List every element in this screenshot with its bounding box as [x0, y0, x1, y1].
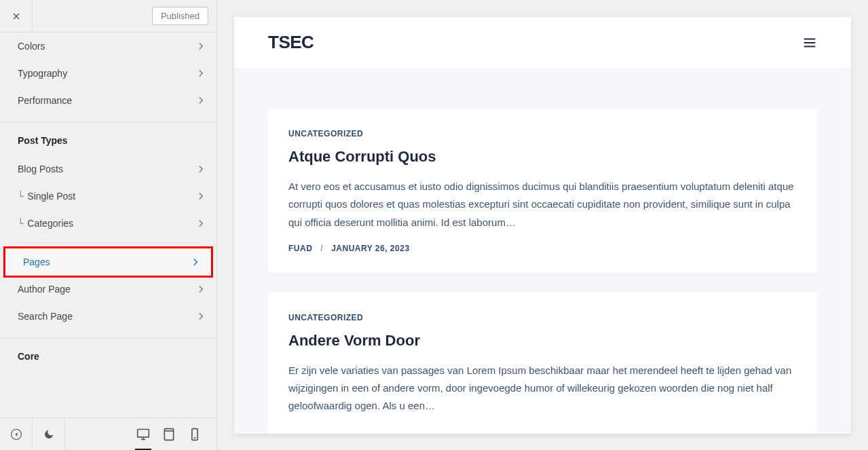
post-author[interactable]: FUAD — [288, 244, 312, 253]
chevron-right-icon — [189, 256, 202, 268]
menu-item-typography[interactable]: Typography — [0, 60, 216, 87]
chevron-right-icon — [195, 163, 207, 175]
highlight-annotation: Pages — [3, 246, 213, 278]
menu-item-author-page[interactable]: Author Page — [0, 276, 216, 303]
menu-item-pages[interactable]: Pages — [5, 248, 211, 276]
post-excerpt: Er zijn vele variaties van passages van … — [288, 362, 797, 415]
menu-label: Pages — [23, 257, 50, 267]
menu-item-search-page[interactable]: Search Page — [0, 303, 216, 330]
menu-label: Typography — [18, 68, 67, 79]
menu-item-blog-posts[interactable]: Blog Posts — [0, 155, 216, 183]
sidebar-header: Published — [0, 0, 216, 33]
post-excerpt: At vero eos et accusamus et iusto odio d… — [288, 178, 797, 231]
post-category[interactable]: UNCATEGORIZED — [288, 129, 797, 138]
chevron-right-icon — [195, 67, 207, 79]
preview-area: TSEC UNCATEGORIZED Atque Corrupti Quos A… — [217, 0, 868, 450]
menu-label: └ Single Post — [18, 191, 75, 202]
menu-toggle-button[interactable] — [802, 35, 817, 50]
svg-point-4 — [195, 437, 195, 438]
site-header: TSEC — [234, 17, 851, 68]
hamburger-icon — [802, 35, 817, 50]
close-icon — [11, 11, 22, 22]
menu-item-single-post[interactable]: └ Single Post — [0, 183, 216, 210]
section-title-post-types: Post Types — [0, 123, 216, 155]
chevron-right-icon — [195, 217, 207, 229]
desktop-icon — [136, 428, 150, 441]
post-meta: FUAD / JANUARY 26, 2023 — [288, 244, 797, 253]
preview-frame: TSEC UNCATEGORIZED Atque Corrupti Quos A… — [234, 17, 851, 434]
dark-mode-button[interactable] — [33, 418, 65, 451]
post-date[interactable]: JANUARY 26, 2023 — [331, 244, 409, 253]
site-content: UNCATEGORIZED Atque Corrupti Quos At ver… — [234, 68, 851, 434]
customizer-sidebar: Published Colors Typography Performance … — [0, 0, 217, 450]
device-tablet-button[interactable] — [162, 428, 176, 441]
post-card: UNCATEGORIZED Andere Vorm Door Er zijn v… — [268, 293, 817, 434]
menu-item-colors[interactable]: Colors — [0, 33, 216, 60]
chevron-right-icon — [195, 310, 207, 322]
sidebar-footer — [0, 417, 216, 450]
menu-item-categories[interactable]: └ Categories — [0, 210, 216, 237]
publish-status-button[interactable]: Published — [152, 7, 208, 25]
collapse-icon — [10, 428, 22, 440]
chevron-right-icon — [195, 94, 207, 107]
moon-icon — [43, 429, 54, 440]
mobile-icon — [188, 428, 202, 441]
chevron-right-icon — [195, 40, 207, 52]
menu-item-performance[interactable]: Performance — [0, 87, 216, 114]
sidebar-content: Colors Typography Performance Post Types… — [0, 33, 216, 417]
chevron-right-icon — [195, 190, 207, 202]
menu-label: Blog Posts — [18, 164, 63, 174]
site-title[interactable]: TSEC — [268, 32, 314, 53]
collapse-button[interactable] — [0, 418, 33, 451]
tablet-icon — [162, 428, 176, 441]
device-mobile-button[interactable] — [188, 428, 202, 441]
close-button[interactable] — [0, 0, 33, 33]
section-title-core: Core — [0, 339, 216, 371]
menu-label: Search Page — [18, 311, 73, 322]
post-category[interactable]: UNCATEGORIZED — [288, 313, 797, 322]
device-preview-buttons — [136, 428, 216, 441]
post-title[interactable]: Andere Vorm Door — [288, 332, 797, 350]
menu-label: Performance — [18, 95, 72, 106]
svg-rect-1 — [138, 429, 149, 437]
post-card: UNCATEGORIZED Atque Corrupti Quos At ver… — [268, 109, 817, 272]
menu-label: Author Page — [18, 284, 71, 295]
post-title[interactable]: Atque Corrupti Quos — [288, 148, 797, 166]
meta-separator: / — [320, 244, 323, 253]
device-desktop-button[interactable] — [136, 428, 150, 441]
chevron-right-icon — [195, 283, 207, 295]
menu-label: └ Categories — [18, 218, 73, 229]
menu-label: Colors — [18, 41, 45, 52]
